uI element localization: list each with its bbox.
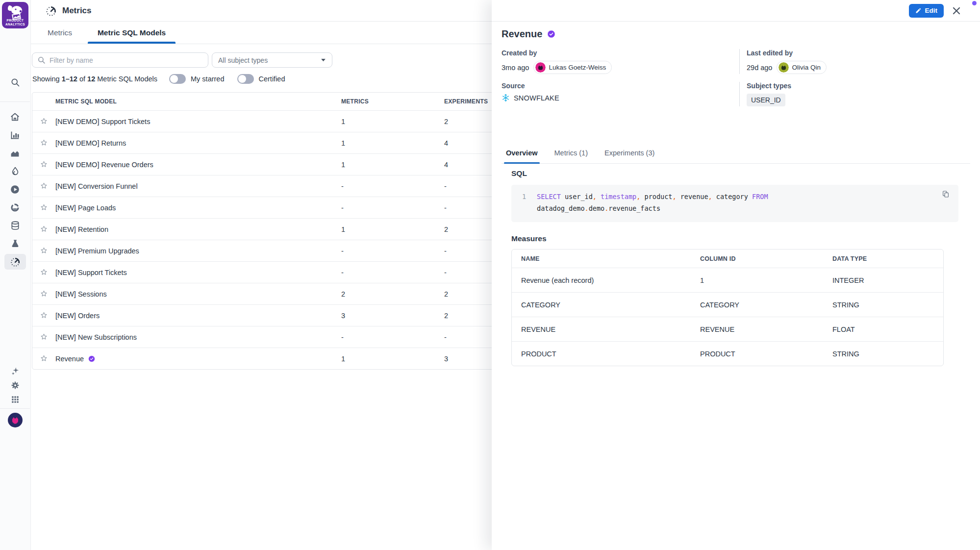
- filter-search[interactable]: [32, 52, 208, 68]
- user-avatar[interactable]: [0, 413, 30, 427]
- measure-name: Revenue (each record): [521, 276, 700, 284]
- close-button[interactable]: [953, 7, 960, 15]
- star-button[interactable]: [32, 354, 55, 363]
- sql-code-block: 1 SELECT user_id, timestamp, product, re…: [511, 185, 958, 222]
- model-name: [NEW DEMO] Returns: [55, 139, 126, 147]
- source-block: Source SNOWFLAKE: [502, 82, 739, 106]
- measure-column-id: PRODUCT: [700, 350, 832, 358]
- star-button[interactable]: [32, 268, 55, 276]
- measure-row: REVENUE REVENUE FLOAT: [512, 317, 943, 341]
- sidebar-divider-bottom: [0, 408, 30, 409]
- play-icon: [10, 184, 20, 195]
- col-metrics: METRICS: [341, 98, 444, 105]
- sql-code: SELECT user_id, timestamp, product, reve…: [537, 191, 768, 216]
- star-icon: [40, 225, 48, 233]
- sidebar-item-area-chart[interactable]: [4, 145, 26, 161]
- product-analytics-logo[interactable]: PRODUCTANALYTICS: [2, 2, 28, 28]
- star-button[interactable]: [32, 160, 55, 169]
- avatar-icon: [8, 413, 23, 427]
- sidebar-item-metrics[interactable]: [4, 254, 26, 270]
- star-icon: [40, 160, 48, 169]
- sidebar-item-bar-chart[interactable]: [4, 127, 26, 143]
- copy-button[interactable]: [942, 190, 950, 198]
- col-metric-sql-model: METRIC SQL MODEL: [55, 98, 341, 105]
- star-button[interactable]: [32, 290, 55, 298]
- donut-chart-icon: [10, 202, 20, 213]
- star-button[interactable]: [32, 139, 55, 147]
- certified-badge-icon: [88, 355, 96, 363]
- star-icon: [40, 203, 48, 212]
- created-ago: 3mo ago: [502, 64, 529, 72]
- model-name: [NEW DEMO] Support Tickets: [55, 118, 150, 125]
- last-edited-chip: Olivia Qin: [777, 61, 827, 74]
- gauge-icon: [45, 5, 57, 17]
- measure-column-id: 1: [700, 276, 832, 284]
- panel-tab-overview[interactable]: Overview: [506, 145, 538, 163]
- sidebar-nav: [0, 109, 30, 270]
- star-icon: [40, 333, 48, 341]
- sidebar-item-ai-assistant[interactable]: [4, 365, 26, 377]
- sidebar-item-replays[interactable]: [4, 181, 26, 197]
- star-icon: [40, 290, 48, 298]
- col-name: NAME: [521, 255, 700, 262]
- star-button[interactable]: [32, 117, 55, 125]
- metrics-count: 1: [341, 355, 444, 363]
- sidebar-footer: [0, 365, 30, 405]
- pencil-icon: [915, 7, 922, 14]
- sidebar-item-settings[interactable]: [4, 379, 26, 391]
- sidebar-item-datasets[interactable]: [4, 218, 26, 233]
- database-icon: [10, 221, 20, 230]
- star-button[interactable]: [32, 311, 55, 320]
- metrics-count: -: [341, 247, 444, 255]
- apps-grid-icon: [11, 395, 20, 404]
- measures-body: Revenue (each record) 1 INTEGER CATEGORY…: [512, 268, 943, 366]
- subject-types-value: All subject types: [218, 56, 268, 64]
- panel-meta: Created by 3mo ago Lukas Goetz-Weiss Las…: [502, 49, 970, 114]
- search-icon: [10, 77, 20, 87]
- sidebar: PRODUCTANALYTICS: [0, 0, 31, 550]
- star-icon: [40, 354, 48, 363]
- source-label: Source: [502, 82, 739, 90]
- model-name: [NEW] Conversion Funnel: [55, 182, 138, 190]
- my-starred-label: My starred: [191, 75, 225, 83]
- metrics-count: -: [341, 182, 444, 190]
- tab-metrics[interactable]: Metrics: [37, 22, 83, 44]
- results-summary: Showing 1–12 of 12 Metric SQL Models: [32, 75, 157, 83]
- sparkles-icon: [10, 366, 20, 376]
- measures-heading: Measures: [511, 234, 547, 243]
- area-chart-icon: [10, 148, 20, 158]
- star-button[interactable]: [32, 182, 55, 190]
- star-button[interactable]: [32, 203, 55, 212]
- star-button[interactable]: [32, 333, 55, 341]
- edit-button[interactable]: Edit: [909, 4, 944, 18]
- model-name: [NEW] Support Tickets: [55, 269, 127, 276]
- metrics-count: -: [341, 333, 444, 341]
- model-name: Revenue: [55, 355, 84, 363]
- star-button[interactable]: [32, 247, 55, 255]
- page-title: Metrics: [62, 6, 92, 16]
- certified-toggle[interactable]: [237, 74, 254, 84]
- panel-tab-experiments[interactable]: Experiments (3): [604, 145, 654, 163]
- sql-line-number: 1: [511, 191, 537, 216]
- edit-button-label: Edit: [925, 7, 938, 14]
- sidebar-item-home[interactable]: [4, 109, 26, 125]
- panel-title: Revenue: [502, 28, 542, 40]
- model-name: [NEW] Premium Upgrades: [55, 247, 139, 255]
- panel-tab-metrics[interactable]: Metrics (1): [554, 145, 588, 163]
- tab-metric-sql-models[interactable]: Metric SQL Models: [87, 22, 176, 44]
- star-button[interactable]: [32, 225, 55, 233]
- sidebar-item-search[interactable]: [0, 75, 30, 90]
- metrics-count: 1: [341, 225, 444, 233]
- sidebar-item-segments[interactable]: [4, 200, 26, 215]
- sidebar-item-apps[interactable]: [4, 394, 26, 405]
- measure-data-type: INTEGER: [832, 276, 943, 284]
- bar-chart-icon: [10, 130, 20, 140]
- sidebar-item-flame[interactable]: [4, 163, 26, 179]
- sidebar-item-experiments[interactable]: [4, 236, 26, 251]
- col-column-id: COLUMN ID: [700, 255, 832, 262]
- star-icon: [40, 139, 48, 147]
- search-input[interactable]: [50, 56, 203, 64]
- my-starred-toggle[interactable]: [169, 74, 186, 84]
- subject-types-select[interactable]: All subject types: [212, 52, 332, 68]
- certified-badge-icon: [547, 29, 556, 39]
